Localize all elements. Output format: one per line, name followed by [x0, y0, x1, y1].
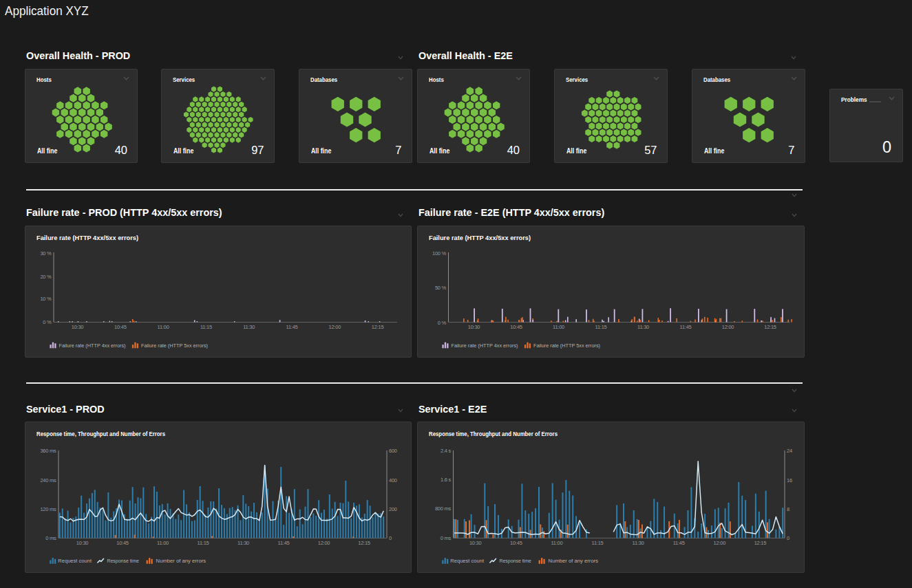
svg-text:12:15: 12:15 — [358, 539, 370, 545]
svg-text:1.6 s: 1.6 s — [440, 477, 451, 483]
svg-text:Response time: Response time — [107, 558, 140, 564]
svg-text:10:30: 10:30 — [72, 323, 84, 329]
svg-text:Response time, Throughput and: Response time, Throughput and Number of … — [429, 431, 558, 437]
svg-text:10 %: 10 % — [40, 296, 52, 302]
svg-text:120 ms: 120 ms — [40, 506, 56, 512]
svg-text:Failure rate (HTTP 4xx/5xx err: Failure rate (HTTP 4xx/5xx errors) — [429, 234, 531, 241]
svg-text:12:15: 12:15 — [754, 539, 766, 545]
svg-text:400: 400 — [389, 477, 397, 483]
svg-text:10:30: 10:30 — [467, 323, 480, 329]
svg-text:Number of any errors: Number of any errors — [548, 558, 598, 564]
svg-text:11:45: 11:45 — [679, 323, 691, 329]
svg-text:24: 24 — [787, 447, 792, 453]
svg-text:11:00: 11:00 — [157, 539, 169, 545]
svg-text:50 %: 50 % — [434, 285, 446, 291]
svg-text:16: 16 — [787, 477, 792, 483]
svg-text:Failure rate (HTTP 4xx/5xx err: Failure rate (HTTP 4xx/5xx errors) — [36, 234, 138, 241]
svg-text:12:15: 12:15 — [372, 323, 384, 329]
svg-text:Request count: Request count — [450, 558, 484, 564]
svg-text:240 ms: 240 ms — [40, 477, 56, 483]
svg-text:Response time: Response time — [499, 558, 531, 564]
svg-text:800 ms: 800 ms — [434, 505, 451, 512]
svg-text:11:45: 11:45 — [278, 539, 290, 545]
svg-text:12:00: 12:00 — [721, 323, 734, 329]
svg-text:Failure rate (HTTP 4xx errors): Failure rate (HTTP 4xx errors) — [59, 342, 126, 348]
svg-text:11:45: 11:45 — [672, 539, 684, 545]
svg-text:11:30: 11:30 — [632, 539, 644, 545]
svg-text:0 %: 0 % — [437, 319, 446, 325]
svg-text:11:30: 11:30 — [237, 539, 249, 545]
svg-text:8: 8 — [787, 506, 789, 512]
svg-text:20 %: 20 % — [40, 274, 52, 280]
svg-text:30 %: 30 % — [40, 250, 52, 256]
svg-text:0: 0 — [787, 534, 789, 541]
svg-text:10:30: 10:30 — [469, 539, 481, 545]
svg-text:11:45: 11:45 — [286, 323, 298, 329]
svg-text:12:00: 12:00 — [713, 539, 725, 545]
svg-text:11:30: 11:30 — [243, 323, 255, 329]
svg-text:11:00: 11:00 — [158, 323, 169, 329]
svg-text:10:45: 10:45 — [510, 539, 522, 545]
svg-text:Number of any errors: Number of any errors — [156, 558, 206, 564]
svg-text:11:30: 11:30 — [637, 323, 649, 329]
svg-text:Failure rate (HTTP 5xx errors): Failure rate (HTTP 5xx errors) — [533, 342, 600, 348]
svg-text:Failure rate (HTTP 4xx errors): Failure rate (HTTP 4xx errors) — [451, 342, 518, 348]
svg-text:12:00: 12:00 — [329, 323, 341, 329]
svg-text:0 ms: 0 ms — [45, 534, 56, 541]
svg-text:200: 200 — [389, 506, 397, 512]
svg-text:11:00: 11:00 — [553, 323, 564, 329]
svg-text:10:45: 10:45 — [116, 539, 129, 545]
svg-text:600: 600 — [389, 447, 397, 453]
svg-text:360 ms: 360 ms — [40, 447, 56, 453]
svg-text:0: 0 — [389, 534, 392, 541]
svg-text:2.4 s: 2.4 s — [440, 447, 451, 453]
svg-text:0 ms: 0 ms — [440, 534, 451, 541]
svg-text:11:15: 11:15 — [200, 323, 212, 329]
svg-text:10:45: 10:45 — [114, 323, 127, 329]
svg-text:11:15: 11:15 — [591, 539, 603, 545]
svg-text:Failure rate (HTTP 5xx errors): Failure rate (HTTP 5xx errors) — [141, 342, 208, 348]
svg-text:Response time, Throughput and: Response time, Throughput and Number of … — [36, 431, 165, 437]
svg-text:100 %: 100 % — [432, 250, 446, 257]
svg-text:11:00: 11:00 — [551, 539, 562, 545]
svg-text:12:15: 12:15 — [764, 323, 776, 329]
svg-text:11:15: 11:15 — [198, 539, 209, 545]
svg-text:Request count: Request count — [58, 558, 92, 564]
svg-text:12:00: 12:00 — [318, 539, 330, 545]
svg-text:10:45: 10:45 — [510, 323, 522, 329]
svg-text:11:15: 11:15 — [595, 323, 606, 329]
svg-text:0 %: 0 % — [43, 319, 52, 325]
svg-text:10:30: 10:30 — [76, 539, 89, 545]
